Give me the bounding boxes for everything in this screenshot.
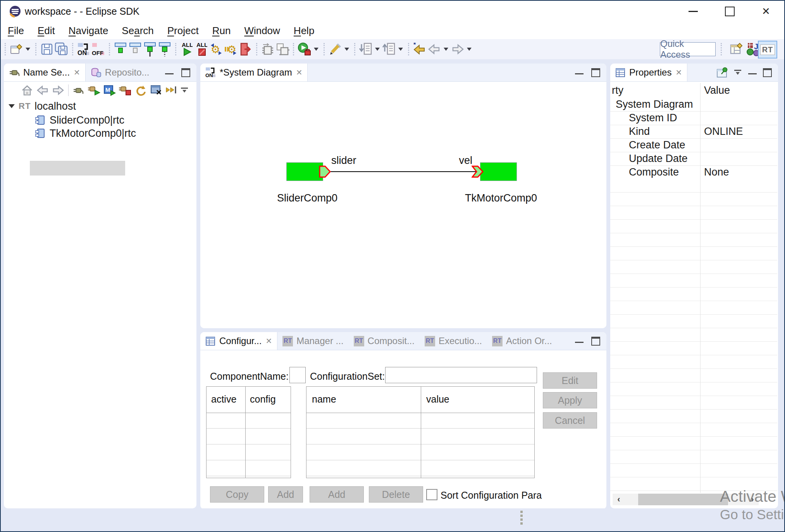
- suspend-execution-gear-icon[interactable]: ⚙: [224, 41, 238, 57]
- property-row[interactable]: Update Date: [610, 152, 777, 166]
- external-tools-pen-icon[interactable]: [328, 41, 343, 57]
- minimize-view-icon[interactable]: [165, 71, 174, 74]
- tab-repository[interactable]: Reposito...: [86, 64, 155, 81]
- minimize-view-icon[interactable]: [575, 71, 584, 74]
- edit-button[interactable]: Edit: [543, 372, 597, 389]
- tab-properties[interactable]: Properties ✕: [610, 64, 687, 81]
- import-log-dropdown-icon[interactable]: [375, 48, 380, 51]
- maximize-view-icon[interactable]: [763, 68, 772, 77]
- connect-stem-icon[interactable]: [143, 41, 157, 57]
- tab-execution-context[interactable]: RT Executio...: [420, 332, 487, 350]
- chevron-down-icon[interactable]: [9, 104, 15, 108]
- start-manager-icon[interactable]: M: [102, 83, 117, 98]
- copy-button[interactable]: Copy: [210, 486, 264, 503]
- configuration-set-value[interactable]: [385, 367, 537, 383]
- run-icon[interactable]: [297, 41, 312, 57]
- close-tab-icon[interactable]: ✕: [74, 68, 80, 77]
- tkmotorcomp-block[interactable]: [480, 162, 517, 181]
- pin-view-icon[interactable]: [716, 67, 728, 78]
- scroll-left-icon[interactable]: ‹: [613, 494, 625, 504]
- back-icon[interactable]: [427, 41, 442, 57]
- open-perspective-icon[interactable]: [728, 41, 745, 57]
- minimize-button[interactable]: [684, 4, 702, 19]
- menu-edit[interactable]: Edit: [38, 25, 55, 37]
- config-param-table[interactable]: name value: [306, 386, 535, 478]
- refresh-icon[interactable]: [133, 83, 148, 98]
- save-all-icon[interactable]: [54, 41, 69, 57]
- deactivate-component-icon[interactable]: [117, 83, 133, 98]
- deactivate-off-icon[interactable]: OFF: [91, 41, 106, 57]
- unbind-composite-icon[interactable]: [275, 41, 290, 57]
- statusbar-grip-icon[interactable]: [520, 511, 523, 525]
- new-dropdown-icon[interactable]: [26, 48, 30, 51]
- menu-window[interactable]: Window: [244, 25, 280, 37]
- out-port-icon[interactable]: [319, 165, 331, 178]
- back-dropdown-icon[interactable]: [444, 48, 448, 51]
- forward-dropdown-icon[interactable]: [467, 48, 472, 51]
- connect-port-icon[interactable]: [113, 41, 128, 57]
- menu-project[interactable]: Project: [167, 25, 199, 37]
- quick-access-button[interactable]: Quick Access: [660, 42, 716, 56]
- add-param-button[interactable]: Add: [310, 486, 364, 503]
- rt-perspective-icon[interactable]: RT: [758, 41, 777, 59]
- minimize-view-icon[interactable]: [748, 71, 757, 74]
- last-edit-location-icon[interactable]: *: [412, 41, 427, 57]
- maximize-view-icon[interactable]: [591, 337, 600, 346]
- create-composite-icon[interactable]: [260, 41, 275, 57]
- property-row[interactable]: System ID: [610, 111, 777, 125]
- menu-navigate[interactable]: Navigate: [69, 25, 108, 37]
- close-button[interactable]: ✕: [757, 4, 775, 19]
- menu-help[interactable]: Help: [294, 25, 314, 37]
- start-all-icon[interactable]: ALL: [179, 41, 194, 57]
- tree-item-tkmotorcomp[interactable]: TkMotorComp0|rtc: [35, 126, 136, 140]
- close-tab-icon[interactable]: ✕: [675, 68, 682, 77]
- scrollbar-thumb[interactable]: [638, 494, 728, 505]
- menu-run[interactable]: Run: [212, 25, 231, 37]
- tab-action-order[interactable]: RT Action Or...: [487, 332, 557, 350]
- view-menu-icon[interactable]: [734, 70, 742, 75]
- export-log-dropdown-icon[interactable]: [398, 48, 403, 51]
- activate-component-icon[interactable]: [86, 83, 102, 98]
- disconnect-port-icon[interactable]: [128, 41, 143, 57]
- exit-icon[interactable]: [238, 41, 253, 57]
- new-wizard-icon[interactable]: [9, 41, 24, 57]
- stop-all-icon[interactable]: ALL: [194, 41, 209, 57]
- minimize-view-icon[interactable]: [575, 339, 584, 343]
- close-tab-icon[interactable]: ✕: [296, 68, 303, 77]
- maximize-view-icon[interactable]: [591, 68, 600, 77]
- run-dropdown-icon[interactable]: [314, 48, 318, 51]
- start-execution-gear-icon[interactable]: ⚙: [209, 41, 224, 57]
- nav-back-icon[interactable]: [35, 83, 50, 98]
- property-row[interactable]: Create Date: [610, 138, 777, 152]
- nav-forward-icon[interactable]: [50, 83, 66, 98]
- export-log-icon[interactable]: [382, 41, 396, 57]
- close-dialog-icon[interactable]: [148, 83, 164, 98]
- add-set-button[interactable]: Add: [268, 486, 303, 503]
- tab-name-service[interactable]: Name Se... ✕: [4, 64, 86, 81]
- connect-stem-dashed-icon[interactable]: [157, 41, 172, 57]
- delete-button[interactable]: Delete: [369, 486, 423, 503]
- component-name-value[interactable]: [289, 367, 306, 383]
- maximize-button[interactable]: [721, 4, 739, 19]
- forward-icon[interactable]: [450, 41, 465, 57]
- diagram-canvas[interactable]: slider vel SliderComp0 TkMotorComp0: [200, 82, 606, 328]
- view-menu-icon[interactable]: [181, 88, 189, 93]
- property-row[interactable]: CompositeNone: [610, 165, 777, 179]
- tab-manager-control[interactable]: RT Manager ...: [277, 332, 348, 350]
- tree-item-localhost[interactable]: RT localhost: [9, 99, 76, 113]
- menu-search[interactable]: Search: [122, 25, 153, 37]
- external-tools-dropdown-icon[interactable]: [344, 48, 349, 51]
- home-icon[interactable]: [19, 83, 35, 98]
- in-port-icon[interactable]: [472, 165, 484, 178]
- maximize-view-icon[interactable]: [181, 68, 190, 77]
- menu-file[interactable]: File: [8, 25, 24, 37]
- config-set-table[interactable]: active config: [206, 386, 291, 478]
- add-name-server-icon[interactable]: [71, 83, 86, 98]
- close-tab-icon[interactable]: ✕: [265, 336, 272, 346]
- sort-configuration-checkbox[interactable]: [426, 489, 437, 500]
- tab-configuration[interactable]: Configur... ✕: [200, 332, 277, 350]
- connection-line[interactable]: [329, 171, 481, 172]
- property-row[interactable]: System Diagram: [610, 98, 777, 112]
- save-icon[interactable]: [40, 41, 54, 57]
- cancel-button[interactable]: Cancel: [543, 412, 597, 429]
